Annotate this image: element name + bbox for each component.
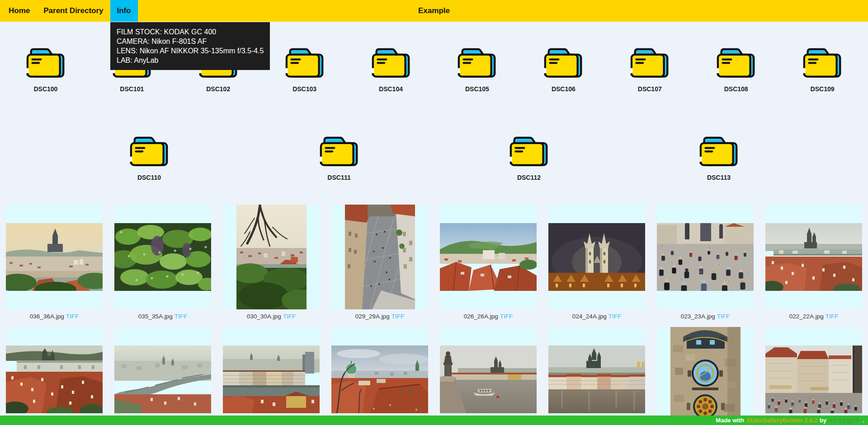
- photo-filename: 030_30A.jpg: [247, 313, 281, 320]
- photo-filename: 026_26A.jpg: [464, 313, 498, 320]
- folder-item-dsc106[interactable]: DSC106: [523, 47, 604, 93]
- thumbnail-bare-tree-city[interactable]: [223, 205, 320, 309]
- folder-item-dsc103[interactable]: DSC103: [264, 47, 345, 93]
- folder-item-dsc113[interactable]: DSC113: [678, 135, 760, 182]
- thumbnail-prague-castle-panorama[interactable]: [765, 205, 862, 309]
- folder-icon: [630, 47, 669, 78]
- thumbnail-green-dome-rooftops[interactable]: [331, 327, 428, 425]
- tooltip-line: LENS: Nikon AF NIKKOR 35-135mm f/3.5-4.5: [117, 46, 264, 56]
- nav-items: HomeParent DirectoryInfo: [2, 0, 138, 22]
- thumbnail-bridge-crowd[interactable]: [657, 205, 754, 309]
- folder-label: DSC106: [552, 85, 576, 93]
- folder-item-dsc108[interactable]: DSC108: [695, 47, 777, 93]
- thumbnail-riverfront-embankment[interactable]: [223, 327, 320, 425]
- photo-cell: [326, 327, 434, 425]
- photo-caption: 023_23A.jpgTIFF: [681, 313, 730, 321]
- photo-cell: 026_26A.jpgTIFF: [434, 205, 542, 321]
- folder-item-dsc105[interactable]: DSC105: [436, 47, 518, 93]
- folder-label: DSC111: [327, 174, 350, 182]
- tooltip-line: FILM STOCK: KODAK GC 400: [117, 27, 264, 37]
- footer-period-text: .: [863, 417, 864, 424]
- tiff-link[interactable]: TIFF: [500, 313, 513, 320]
- folder-icon: [320, 135, 359, 167]
- folder-item-dsc110[interactable]: DSC110: [108, 135, 190, 182]
- folder-item-dsc112[interactable]: DSC112: [488, 135, 570, 182]
- footer: Made with StaticGalleryBuilder 2.6.2 by …: [0, 416, 868, 425]
- photo-cell: 030_30A.jpgTIFF: [217, 205, 326, 321]
- photo-cell: 036_36A.jpgTIFF: [0, 205, 108, 321]
- main-content: DSC100DSC101DSC102DSC103DSC104DSC105DSC1…: [0, 22, 868, 425]
- tiff-link[interactable]: TIFF: [717, 313, 730, 320]
- tiff-link[interactable]: TIFF: [826, 313, 839, 320]
- footer-made-with-text: Made with: [716, 417, 744, 424]
- photo-filename: 035_35A.jpg: [138, 313, 173, 320]
- thumbnail-astronomical-clock[interactable]: [657, 327, 754, 425]
- thumbnail-tyn-church-night[interactable]: [548, 205, 645, 309]
- footer-by-text: by: [820, 417, 826, 424]
- thumbnail-bridge-statue-river[interactable]: [440, 327, 537, 425]
- photo-filename: 024_24A.jpg: [572, 313, 607, 320]
- photo-cell: 029_29A.jpgTIFF: [326, 205, 434, 321]
- folder-label: DSC109: [811, 85, 835, 93]
- thumbnail-aerial-castle-district[interactable]: [6, 327, 103, 425]
- folder-icon: [544, 47, 583, 78]
- static-gallery-builder-link[interactable]: StaticGalleryBuilder 2.6.2: [746, 417, 817, 424]
- folder-label: DSC112: [517, 174, 541, 182]
- photo-cell: [651, 327, 760, 425]
- folder-label: DSC113: [707, 174, 731, 182]
- top-navigation: HomeParent DirectoryInfo Example: [0, 0, 868, 22]
- thumbnail-hazy-river-bridges[interactable]: [114, 327, 211, 425]
- photo-caption: 030_30A.jpgTIFF: [247, 313, 296, 321]
- folder-icon: [372, 47, 410, 78]
- tiff-link[interactable]: TIFF: [175, 313, 188, 320]
- folder-item-dsc107[interactable]: DSC107: [609, 47, 690, 93]
- photo-caption: 036_36A.jpgTIFF: [30, 313, 79, 321]
- folder-item-dsc100[interactable]: DSC100: [5, 47, 86, 93]
- tiff-link[interactable]: TIFF: [609, 313, 622, 320]
- photo-cell: [108, 327, 217, 425]
- thumbnail-castle-across-river[interactable]: [548, 327, 645, 425]
- tooltip-line: LAB: AnyLab: [117, 56, 264, 65]
- folder-icon: [803, 47, 842, 78]
- folder-icon: [717, 47, 755, 78]
- folder-icon: [285, 47, 324, 78]
- folder-label: DSC104: [379, 85, 403, 93]
- folder-item-dsc104[interactable]: DSC104: [350, 47, 432, 93]
- photo-cell: [0, 327, 108, 425]
- photo-filename: 022_22A.jpg: [789, 313, 824, 320]
- folder-label: DSC108: [724, 85, 748, 93]
- folder-icon: [509, 135, 548, 167]
- folder-icon: [130, 135, 169, 167]
- thumbnail-old-town-square-crowd[interactable]: [765, 327, 862, 425]
- tiff-link[interactable]: TIFF: [283, 313, 296, 320]
- folder-label: DSC103: [292, 85, 316, 93]
- photo-cell: 023_23A.jpgTIFF: [651, 205, 760, 321]
- thumbnail-town-square-above[interactable]: [331, 205, 428, 309]
- thumbnail-green-foliage[interactable]: [114, 205, 211, 309]
- photo-caption: 029_29A.jpgTIFF: [355, 313, 404, 321]
- photo-cell: [542, 327, 651, 425]
- folder-item-dsc109[interactable]: DSC109: [782, 47, 863, 93]
- nav-item-info[interactable]: Info: [110, 0, 138, 22]
- gallery-page: HomeParent DirectoryInfo Example FILM ST…: [0, 0, 868, 425]
- photo-filename: 023_23A.jpg: [681, 313, 715, 320]
- photo-caption: 035_35A.jpgTIFF: [138, 313, 187, 321]
- thumbnail-red-roofs-green-hill[interactable]: [440, 205, 537, 309]
- tiff-link[interactable]: TIFF: [392, 313, 405, 320]
- srgn-logo-link[interactable]: </srgn>: [829, 416, 860, 425]
- folder-label: DSC110: [137, 174, 161, 182]
- folder-label: DSC102: [206, 85, 230, 93]
- folder-icon: [26, 47, 65, 78]
- info-tooltip: FILM STOCK: KODAK GC 400CAMERA: Nikon F-…: [110, 22, 270, 70]
- folder-label: DSC101: [120, 85, 144, 93]
- nav-item-parent-directory[interactable]: Parent Directory: [37, 0, 110, 22]
- folder-label: DSC105: [465, 85, 489, 93]
- folder-icon: [458, 47, 496, 78]
- thumbnail-city-spire-panorama[interactable]: [6, 205, 103, 309]
- photo-cell: [760, 327, 868, 425]
- tiff-link[interactable]: TIFF: [66, 313, 79, 320]
- nav-item-home[interactable]: Home: [2, 0, 37, 22]
- photo-caption: 026_26A.jpgTIFF: [464, 313, 513, 321]
- folder-item-dsc111[interactable]: DSC111: [298, 135, 380, 182]
- folder-label: DSC100: [33, 85, 57, 93]
